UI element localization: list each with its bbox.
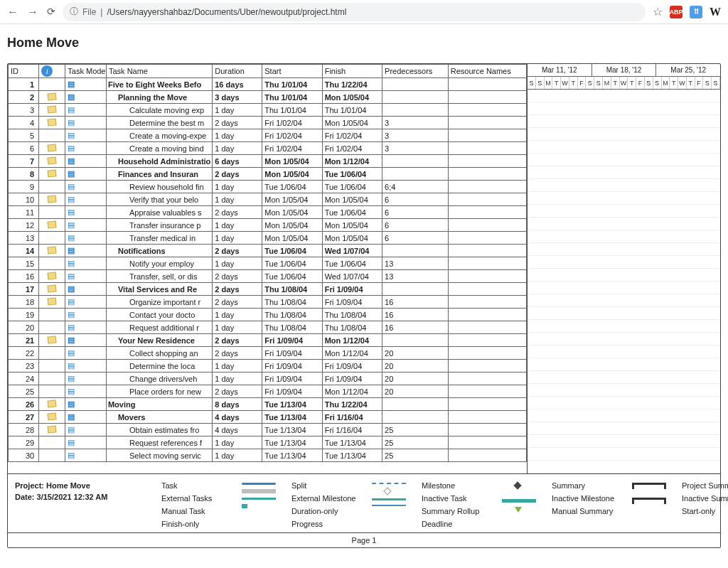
cell-name: Contact your docto <box>106 309 212 321</box>
cell-finish: Mon 1/05/04 <box>322 91 382 104</box>
bookmark-star-icon[interactable]: ☆ <box>653 5 663 18</box>
project-report: ID i Task Mode Task Name Duration Start … <box>7 63 721 548</box>
cell-predecessors: 6 <box>382 206 449 219</box>
cell-mode: ▤ <box>65 219 107 232</box>
cell-duration: 2 days <box>213 296 262 309</box>
auto-schedule-icon: ▤ <box>68 361 75 370</box>
cell-name: Your New Residence <box>106 334 212 347</box>
timeline-row <box>528 435 720 448</box>
cell-duration: 2 days <box>213 168 262 181</box>
legend-project: Project: Home Move <box>15 480 157 491</box>
auto-schedule-icon: ▤ <box>68 92 75 101</box>
cell-duration: 2 days <box>213 117 262 129</box>
cell-start: Mon 1/05/04 <box>262 219 322 232</box>
cell-info <box>39 436 65 449</box>
cell-id: 28 <box>9 424 39 436</box>
timeline-row <box>528 307 720 320</box>
cell-info <box>39 334 65 347</box>
cell-resource <box>448 360 526 373</box>
timeline-row <box>528 256 720 269</box>
table-row: 21▤Your New Residence2 daysFri 1/09/04Mo… <box>9 334 527 347</box>
cell-id: 16 <box>9 270 39 283</box>
cell-finish: Mon 1/12/04 <box>322 347 382 360</box>
timeline-row <box>528 90 720 102</box>
cell-info <box>39 206 65 219</box>
extension-icon[interactable]: ⠿ <box>690 6 702 18</box>
reload-button[interactable]: ⟳ <box>47 6 55 18</box>
cell-predecessors: 6 <box>382 232 449 245</box>
forward-button[interactable]: → <box>27 6 38 18</box>
cell-info <box>39 168 65 181</box>
cell-mode: ▤ <box>65 257 107 270</box>
auto-schedule-icon: ▤ <box>68 220 75 229</box>
cell-finish: Fri 1/09/04 <box>322 373 382 385</box>
swatch-manual-task <box>242 498 276 500</box>
cell-finish: Fri 1/16/04 <box>322 411 382 424</box>
back-button[interactable]: ← <box>7 6 18 18</box>
cell-info <box>39 411 65 424</box>
cell-mode: ▤ <box>65 385 107 398</box>
timeline-day: W <box>678 77 687 89</box>
cell-start: Mon 1/05/04 <box>262 193 322 206</box>
address-bar[interactable]: ⓘ File | /Users/nayyershahbaz/Documents/… <box>63 3 646 21</box>
auto-schedule-icon: ▤ <box>68 425 75 434</box>
legend-date: Date: 3/15/2021 12:32 AM <box>15 491 157 503</box>
cell-resource <box>448 424 526 436</box>
auto-schedule-icon: ▤ <box>68 336 75 344</box>
cell-finish: Fri 1/16/04 <box>322 424 382 436</box>
cell-start: Thu 1/01/04 <box>262 78 322 91</box>
cell-id: 18 <box>9 296 39 309</box>
cell-duration: 16 days <box>213 78 262 91</box>
col-info: i <box>39 65 65 78</box>
cell-id: 21 <box>9 334 39 347</box>
cell-start: Fri 1/09/04 <box>262 334 322 347</box>
cell-mode: ▤ <box>65 181 107 193</box>
cell-predecessors: 16 <box>382 309 449 321</box>
auto-schedule-icon: ▤ <box>68 297 75 306</box>
cell-start: Mon 1/05/04 <box>262 168 322 181</box>
cell-id: 10 <box>9 193 39 206</box>
cell-predecessors: 6;4 <box>382 181 449 193</box>
cell-start: Thu 1/08/04 <box>262 296 322 309</box>
cell-info <box>39 347 65 360</box>
cell-start: Thu 1/01/04 <box>262 104 322 117</box>
table-row: 3▤Calculate moving exp1 dayThu 1/01/04Th… <box>9 104 527 117</box>
cell-start: Thu 1/08/04 <box>262 283 322 296</box>
col-duration: Duration <box>213 65 262 78</box>
table-row: 9▤Review household fin1 dayTue 1/06/04Tu… <box>9 181 527 193</box>
cell-info <box>39 78 65 91</box>
timeline-row <box>528 448 720 461</box>
note-icon <box>48 284 57 292</box>
auto-schedule-icon: ▤ <box>68 438 75 446</box>
table-row: 2▤Planning the Move3 daysThu 1/01/04Mon … <box>9 91 527 104</box>
cell-resource <box>448 245 526 257</box>
cell-info <box>39 309 65 321</box>
cell-predecessors: 25 <box>382 424 449 436</box>
cell-info <box>39 219 65 232</box>
note-icon <box>48 144 57 151</box>
timeline-row <box>528 384 720 397</box>
cell-mode: ▤ <box>65 296 107 309</box>
table-row: 24▤Change drivers/veh1 dayFri 1/09/04Fri… <box>9 373 527 385</box>
cell-duration: 8 days <box>213 398 262 411</box>
table-row: 18▤Organize important r2 daysThu 1/08/04… <box>9 296 527 309</box>
cell-name: Moving <box>106 398 212 411</box>
timeline-row <box>528 320 720 333</box>
cell-predecessors: 20 <box>382 373 449 385</box>
legend-label: Summary <box>552 480 626 491</box>
cell-resource <box>448 155 526 168</box>
cell-finish: Fri 1/02/04 <box>322 142 382 155</box>
cell-id: 5 <box>9 129 39 142</box>
cell-duration: 1 day <box>213 449 262 462</box>
table-row: 8▤Finances and Insuran2 daysMon 1/05/04T… <box>9 168 527 181</box>
wikipedia-extension-icon[interactable]: W <box>710 6 721 18</box>
cell-id: 12 <box>9 219 39 232</box>
swatch-duration-only <box>372 498 406 500</box>
timeline-row <box>528 371 720 384</box>
timeline-row <box>528 166 720 179</box>
cell-start: Tue 1/13/04 <box>262 424 322 436</box>
cell-mode: ▤ <box>65 373 107 385</box>
abp-extension-icon[interactable]: ABP <box>670 6 682 18</box>
cell-finish: Mon 1/05/04 <box>322 117 382 129</box>
site-info-icon[interactable]: ⓘ <box>70 6 78 18</box>
